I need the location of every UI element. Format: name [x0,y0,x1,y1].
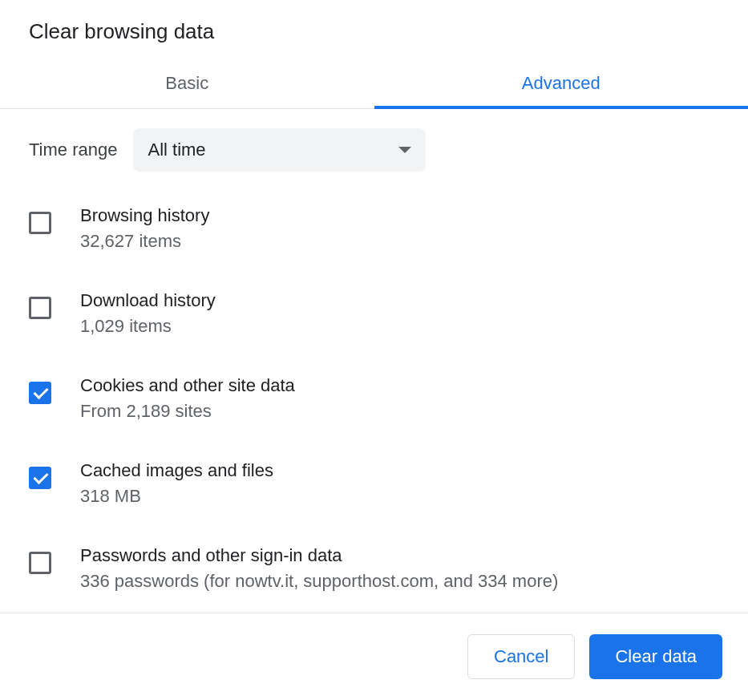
option-subtitle: 1,029 items [80,316,216,337]
dialog-body: Time range All time Browsing history 32,… [0,109,748,613]
option-text: Browsing history 32,627 items [80,205,209,252]
option-download-history: Download history 1,029 items [29,290,719,337]
option-browsing-history: Browsing history 32,627 items [29,205,719,252]
clear-browsing-data-dialog: Clear browsing data Basic Advanced Time … [0,0,748,700]
checkbox-cookies[interactable] [29,382,51,404]
option-subtitle: 318 MB [80,486,273,507]
clear-data-button[interactable]: Clear data [589,634,722,679]
option-title: Cookies and other site data [80,375,295,396]
checkbox-cached[interactable] [29,467,51,489]
option-subtitle: 336 passwords (for nowtv.it, supporthost… [80,571,558,592]
tab-basic-label: Basic [165,73,208,93]
checkbox-browsing-history[interactable] [29,212,51,234]
option-subtitle: 32,627 items [80,231,209,252]
options-list: Browsing history 32,627 items Download h… [29,205,719,613]
tab-advanced-label: Advanced [522,73,600,93]
option-title: Download history [80,290,216,311]
option-subtitle: From 2,189 sites [80,401,295,422]
cancel-button-label: Cancel [494,646,548,666]
option-cached: Cached images and files 318 MB [29,460,719,507]
time-range-label: Time range [29,140,117,160]
option-text: Download history 1,029 items [80,290,216,337]
option-cookies: Cookies and other site data From 2,189 s… [29,375,719,422]
dialog-footer: Cancel Clear data [0,613,748,700]
tabs: Basic Advanced [0,59,748,109]
time-range-row: Time range All time [29,128,719,172]
time-range-select[interactable]: All time [133,128,426,172]
option-title: Passwords and other sign-in data [80,545,558,566]
chevron-down-icon [398,147,411,153]
cancel-button[interactable]: Cancel [467,634,575,679]
option-title: Cached images and files [80,460,273,481]
dialog-title: Clear browsing data [0,0,748,59]
time-range-value: All time [148,140,205,160]
checkbox-download-history[interactable] [29,297,51,319]
option-passwords: Passwords and other sign-in data 336 pas… [29,545,719,592]
checkbox-passwords[interactable] [29,552,51,574]
option-text: Cookies and other site data From 2,189 s… [80,375,295,422]
clear-data-button-label: Clear data [615,646,697,666]
option-text: Cached images and files 318 MB [80,460,273,507]
tab-basic[interactable]: Basic [0,59,374,108]
option-title: Browsing history [80,205,209,226]
option-text: Passwords and other sign-in data 336 pas… [80,545,558,592]
tab-advanced[interactable]: Advanced [374,59,749,108]
